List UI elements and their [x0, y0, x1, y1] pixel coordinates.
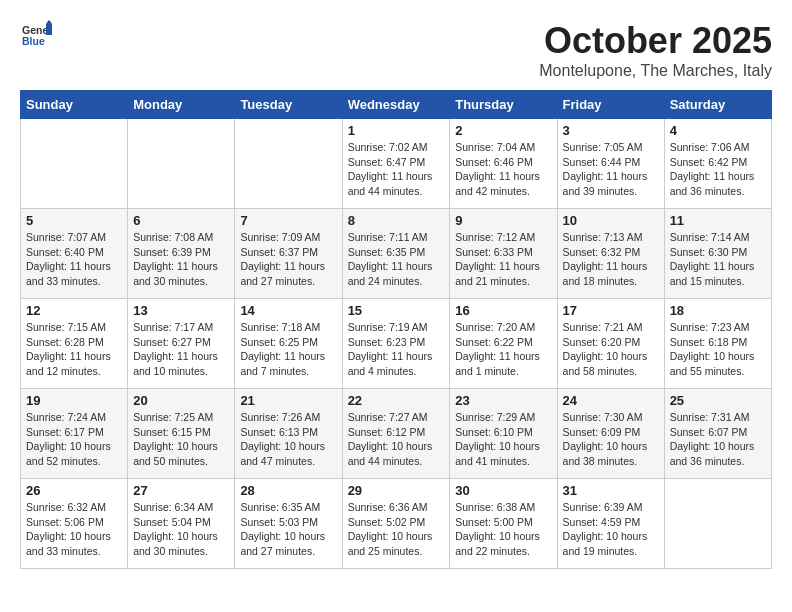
day-info: Sunrise: 7:30 AM Sunset: 6:09 PM Dayligh… — [563, 410, 659, 469]
calendar-cell: 8Sunrise: 7:11 AM Sunset: 6:35 PM Daylig… — [342, 209, 450, 299]
day-number: 7 — [240, 213, 336, 228]
calendar-cell: 21Sunrise: 7:26 AM Sunset: 6:13 PM Dayli… — [235, 389, 342, 479]
title-block: October 2025 Montelupone, The Marches, I… — [539, 20, 772, 80]
calendar-cell: 10Sunrise: 7:13 AM Sunset: 6:32 PM Dayli… — [557, 209, 664, 299]
day-number: 23 — [455, 393, 551, 408]
day-info: Sunrise: 7:06 AM Sunset: 6:42 PM Dayligh… — [670, 140, 766, 199]
calendar-cell: 31Sunrise: 6:39 AM Sunset: 4:59 PM Dayli… — [557, 479, 664, 569]
day-number: 31 — [563, 483, 659, 498]
day-info: Sunrise: 7:05 AM Sunset: 6:44 PM Dayligh… — [563, 140, 659, 199]
day-info: Sunrise: 6:36 AM Sunset: 5:02 PM Dayligh… — [348, 500, 445, 559]
calendar-cell: 1Sunrise: 7:02 AM Sunset: 6:47 PM Daylig… — [342, 119, 450, 209]
calendar-cell: 22Sunrise: 7:27 AM Sunset: 6:12 PM Dayli… — [342, 389, 450, 479]
calendar-cell: 2Sunrise: 7:04 AM Sunset: 6:46 PM Daylig… — [450, 119, 557, 209]
day-info: Sunrise: 7:14 AM Sunset: 6:30 PM Dayligh… — [670, 230, 766, 289]
day-info: Sunrise: 7:12 AM Sunset: 6:33 PM Dayligh… — [455, 230, 551, 289]
week-row-4: 19Sunrise: 7:24 AM Sunset: 6:17 PM Dayli… — [21, 389, 772, 479]
day-number: 2 — [455, 123, 551, 138]
day-number: 5 — [26, 213, 122, 228]
logo-icon: General Blue — [22, 20, 52, 50]
calendar-cell: 17Sunrise: 7:21 AM Sunset: 6:20 PM Dayli… — [557, 299, 664, 389]
calendar-cell: 15Sunrise: 7:19 AM Sunset: 6:23 PM Dayli… — [342, 299, 450, 389]
day-number: 8 — [348, 213, 445, 228]
calendar-cell: 24Sunrise: 7:30 AM Sunset: 6:09 PM Dayli… — [557, 389, 664, 479]
svg-text:Blue: Blue — [22, 35, 45, 47]
day-number: 9 — [455, 213, 551, 228]
svg-marker-2 — [46, 24, 52, 35]
day-number: 10 — [563, 213, 659, 228]
day-info: Sunrise: 7:24 AM Sunset: 6:17 PM Dayligh… — [26, 410, 122, 469]
calendar-cell: 18Sunrise: 7:23 AM Sunset: 6:18 PM Dayli… — [664, 299, 771, 389]
day-number: 11 — [670, 213, 766, 228]
day-info: Sunrise: 7:31 AM Sunset: 6:07 PM Dayligh… — [670, 410, 766, 469]
calendar-cell: 20Sunrise: 7:25 AM Sunset: 6:15 PM Dayli… — [128, 389, 235, 479]
day-number: 22 — [348, 393, 445, 408]
calendar-cell: 12Sunrise: 7:15 AM Sunset: 6:28 PM Dayli… — [21, 299, 128, 389]
weekday-header-friday: Friday — [557, 91, 664, 119]
calendar-cell: 9Sunrise: 7:12 AM Sunset: 6:33 PM Daylig… — [450, 209, 557, 299]
day-info: Sunrise: 7:29 AM Sunset: 6:10 PM Dayligh… — [455, 410, 551, 469]
day-info: Sunrise: 7:15 AM Sunset: 6:28 PM Dayligh… — [26, 320, 122, 379]
day-number: 15 — [348, 303, 445, 318]
calendar-cell — [128, 119, 235, 209]
day-info: Sunrise: 7:09 AM Sunset: 6:37 PM Dayligh… — [240, 230, 336, 289]
day-info: Sunrise: 6:34 AM Sunset: 5:04 PM Dayligh… — [133, 500, 229, 559]
day-number: 3 — [563, 123, 659, 138]
calendar-table: SundayMondayTuesdayWednesdayThursdayFrid… — [20, 90, 772, 569]
day-number: 26 — [26, 483, 122, 498]
day-number: 20 — [133, 393, 229, 408]
day-number: 30 — [455, 483, 551, 498]
weekday-header-thursday: Thursday — [450, 91, 557, 119]
day-info: Sunrise: 7:27 AM Sunset: 6:12 PM Dayligh… — [348, 410, 445, 469]
calendar-cell: 23Sunrise: 7:29 AM Sunset: 6:10 PM Dayli… — [450, 389, 557, 479]
day-number: 19 — [26, 393, 122, 408]
weekday-header-row: SundayMondayTuesdayWednesdayThursdayFrid… — [21, 91, 772, 119]
day-info: Sunrise: 6:35 AM Sunset: 5:03 PM Dayligh… — [240, 500, 336, 559]
day-info: Sunrise: 7:13 AM Sunset: 6:32 PM Dayligh… — [563, 230, 659, 289]
calendar-cell: 3Sunrise: 7:05 AM Sunset: 6:44 PM Daylig… — [557, 119, 664, 209]
logo-block: General Blue — [20, 20, 52, 54]
day-info: Sunrise: 7:21 AM Sunset: 6:20 PM Dayligh… — [563, 320, 659, 379]
calendar-cell: 26Sunrise: 6:32 AM Sunset: 5:06 PM Dayli… — [21, 479, 128, 569]
day-info: Sunrise: 7:19 AM Sunset: 6:23 PM Dayligh… — [348, 320, 445, 379]
day-number: 6 — [133, 213, 229, 228]
calendar-cell: 7Sunrise: 7:09 AM Sunset: 6:37 PM Daylig… — [235, 209, 342, 299]
day-number: 21 — [240, 393, 336, 408]
calendar-cell: 27Sunrise: 6:34 AM Sunset: 5:04 PM Dayli… — [128, 479, 235, 569]
day-info: Sunrise: 7:02 AM Sunset: 6:47 PM Dayligh… — [348, 140, 445, 199]
day-info: Sunrise: 7:07 AM Sunset: 6:40 PM Dayligh… — [26, 230, 122, 289]
day-number: 17 — [563, 303, 659, 318]
week-row-2: 5Sunrise: 7:07 AM Sunset: 6:40 PM Daylig… — [21, 209, 772, 299]
location-title: Montelupone, The Marches, Italy — [539, 62, 772, 80]
day-info: Sunrise: 6:32 AM Sunset: 5:06 PM Dayligh… — [26, 500, 122, 559]
weekday-header-monday: Monday — [128, 91, 235, 119]
calendar-cell: 19Sunrise: 7:24 AM Sunset: 6:17 PM Dayli… — [21, 389, 128, 479]
page-header: General Blue October 2025 Montelupone, T… — [20, 20, 772, 80]
calendar-cell: 4Sunrise: 7:06 AM Sunset: 6:42 PM Daylig… — [664, 119, 771, 209]
day-info: Sunrise: 7:25 AM Sunset: 6:15 PM Dayligh… — [133, 410, 229, 469]
week-row-3: 12Sunrise: 7:15 AM Sunset: 6:28 PM Dayli… — [21, 299, 772, 389]
calendar-cell: 25Sunrise: 7:31 AM Sunset: 6:07 PM Dayli… — [664, 389, 771, 479]
day-info: Sunrise: 7:20 AM Sunset: 6:22 PM Dayligh… — [455, 320, 551, 379]
day-number: 1 — [348, 123, 445, 138]
day-number: 18 — [670, 303, 766, 318]
day-number: 24 — [563, 393, 659, 408]
weekday-header-wednesday: Wednesday — [342, 91, 450, 119]
day-number: 27 — [133, 483, 229, 498]
day-number: 25 — [670, 393, 766, 408]
day-info: Sunrise: 7:23 AM Sunset: 6:18 PM Dayligh… — [670, 320, 766, 379]
calendar-cell: 28Sunrise: 6:35 AM Sunset: 5:03 PM Dayli… — [235, 479, 342, 569]
calendar-cell: 14Sunrise: 7:18 AM Sunset: 6:25 PM Dayli… — [235, 299, 342, 389]
day-number: 29 — [348, 483, 445, 498]
day-info: Sunrise: 6:39 AM Sunset: 4:59 PM Dayligh… — [563, 500, 659, 559]
calendar-cell: 5Sunrise: 7:07 AM Sunset: 6:40 PM Daylig… — [21, 209, 128, 299]
calendar-cell: 11Sunrise: 7:14 AM Sunset: 6:30 PM Dayli… — [664, 209, 771, 299]
month-title: October 2025 — [539, 20, 772, 62]
day-info: Sunrise: 6:38 AM Sunset: 5:00 PM Dayligh… — [455, 500, 551, 559]
day-info: Sunrise: 7:17 AM Sunset: 6:27 PM Dayligh… — [133, 320, 229, 379]
calendar-cell — [235, 119, 342, 209]
week-row-1: 1Sunrise: 7:02 AM Sunset: 6:47 PM Daylig… — [21, 119, 772, 209]
day-number: 4 — [670, 123, 766, 138]
week-row-5: 26Sunrise: 6:32 AM Sunset: 5:06 PM Dayli… — [21, 479, 772, 569]
calendar-cell: 6Sunrise: 7:08 AM Sunset: 6:39 PM Daylig… — [128, 209, 235, 299]
